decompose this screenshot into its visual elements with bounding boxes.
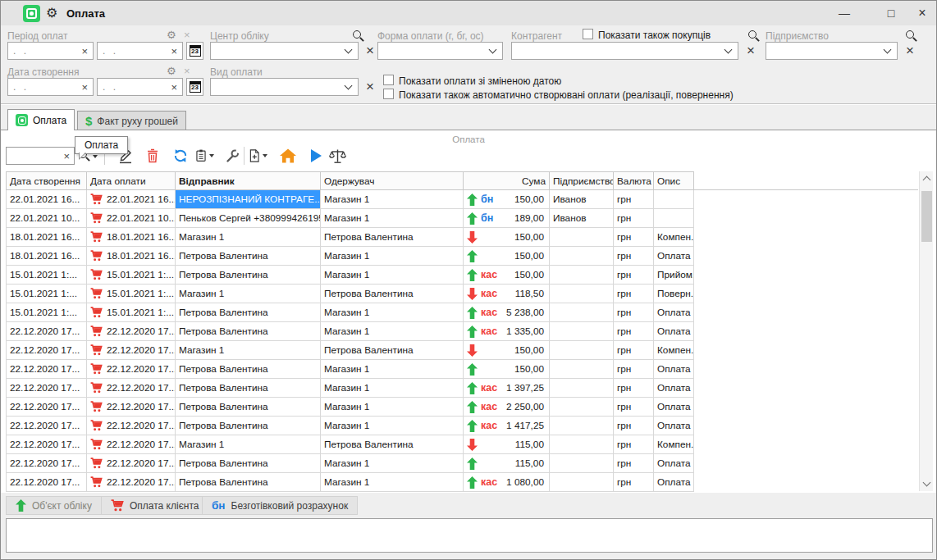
period-clear-icon[interactable]: ×: [184, 30, 190, 41]
table-row[interactable]: 22.01.2021 10...22.01.2021 10...Пеньков …: [7, 209, 919, 228]
cell-receiver[interactable]: Петрова Валентина: [321, 228, 464, 247]
table-row[interactable]: 15.01.2021 1:...15.01.2021 1:...Петрова …: [7, 266, 919, 285]
cell-date-paid[interactable]: 22.12.2020 17...: [87, 379, 176, 398]
col-date-paid[interactable]: Дата оплати: [87, 172, 176, 190]
cell-receiver[interactable]: Петрова Валентина: [321, 435, 464, 454]
cell-company[interactable]: [550, 228, 614, 247]
cell-desc[interactable]: Оплата ...: [654, 303, 694, 322]
cell-date-paid[interactable]: 22.01.2021 16...: [87, 190, 176, 209]
cell-company[interactable]: [550, 454, 614, 473]
cell-currency[interactable]: грн: [614, 303, 654, 322]
cell-desc[interactable]: Оплата ...: [654, 417, 694, 435]
cell-sum[interactable]: 150,00: [464, 341, 550, 360]
table-row[interactable]: 22.12.2020 17...22.12.2020 17...Петрова …: [7, 417, 919, 435]
counterparty-search-icon[interactable]: [747, 30, 760, 42]
report-button[interactable]: [194, 146, 214, 166]
cell-desc[interactable]: Оплата ...: [654, 473, 694, 492]
cell-date-paid[interactable]: 15.01.2021 1:...: [87, 266, 176, 285]
home-button[interactable]: [278, 146, 298, 166]
counterparty-combo[interactable]: [511, 42, 738, 60]
cell-desc[interactable]: Оплата ...: [654, 398, 694, 417]
created-from-input[interactable]: . . ×: [7, 78, 94, 96]
cell-date-paid[interactable]: 22.12.2020 17...: [87, 435, 176, 454]
cell-sum[interactable]: бн150,00: [464, 190, 550, 209]
cell-date-created[interactable]: 22.12.2020 17...: [7, 398, 87, 417]
refresh-button[interactable]: [171, 146, 190, 166]
cell-company[interactable]: [550, 285, 614, 303]
cell-company[interactable]: [550, 341, 614, 360]
cell-date-created[interactable]: 18.01.2021 16...: [7, 228, 87, 247]
cell-date-created[interactable]: 22.12.2020 17...: [7, 473, 87, 492]
balance-button[interactable]: [327, 146, 347, 166]
cell-company[interactable]: [550, 379, 614, 398]
cell-date-created[interactable]: 22.01.2021 10...: [7, 209, 87, 228]
cell-company[interactable]: [550, 435, 614, 454]
tab-payment[interactable]: Оплата: [7, 109, 75, 130]
cell-sender[interactable]: Магазин 1: [176, 285, 321, 303]
cell-currency[interactable]: грн: [614, 322, 654, 341]
tab-money-flow[interactable]: $ Факт руху грошей: [77, 111, 186, 130]
cell-date-created[interactable]: 22.12.2020 17...: [7, 322, 87, 341]
company-clear-button[interactable]: ×: [903, 42, 917, 60]
cell-sender[interactable]: Петрова Валентина: [176, 473, 321, 492]
search-input[interactable]: [7, 150, 54, 162]
table-row[interactable]: 22.12.2020 17...22.12.2020 17...Петрова …: [7, 322, 919, 341]
close-button[interactable]: ×: [910, 4, 935, 22]
cell-company[interactable]: [550, 360, 614, 379]
center-search-icon[interactable]: [352, 30, 364, 42]
cell-sum[interactable]: кас1 335,00: [464, 322, 550, 341]
cell-date-created[interactable]: 22.01.2021 16...: [7, 190, 87, 209]
center-combo[interactable]: [210, 42, 359, 60]
table-row[interactable]: 22.12.2020 17...22.12.2020 17...Петрова …: [7, 379, 919, 398]
delete-button[interactable]: [143, 146, 162, 166]
cell-receiver[interactable]: Петрова Валентина: [321, 285, 464, 303]
cell-sum[interactable]: 150,00: [464, 247, 550, 266]
cell-sum[interactable]: кас1 417,25: [464, 417, 550, 435]
cell-sender[interactable]: Петрова Валентина: [176, 379, 321, 398]
col-sum[interactable]: Сума: [464, 172, 550, 190]
company-search-icon[interactable]: [905, 30, 917, 42]
cell-desc[interactable]: Прийом...: [654, 266, 694, 285]
cell-currency[interactable]: грн: [614, 247, 654, 266]
new-doc-button[interactable]: [248, 146, 267, 166]
cell-receiver[interactable]: Магазин 1: [321, 209, 464, 228]
cell-receiver[interactable]: Магазин 1: [321, 266, 464, 285]
cell-currency[interactable]: грн: [614, 341, 654, 360]
cell-sender[interactable]: Пеньков Сергей +380999426195: [176, 209, 321, 228]
cell-sum[interactable]: кас1 080,00: [464, 473, 550, 492]
table-row[interactable]: 22.01.2021 16...22.01.2021 16...НЕРОЗПІЗ…: [7, 190, 919, 209]
cell-date-paid[interactable]: 22.01.2021 10...: [87, 209, 176, 228]
cell-receiver[interactable]: Магазин 1: [321, 190, 464, 209]
cell-company[interactable]: Иванов: [550, 190, 614, 209]
cell-desc[interactable]: Оплата ...: [654, 360, 694, 379]
cell-date-created[interactable]: 18.01.2021 16...: [7, 247, 87, 266]
search-box[interactable]: ×: [6, 147, 75, 165]
cell-date-paid[interactable]: 22.12.2020 17...: [87, 473, 176, 492]
clear-icon[interactable]: ×: [76, 45, 93, 57]
cell-date-created[interactable]: 22.12.2020 17...: [7, 360, 87, 379]
scroll-up-icon[interactable]: [922, 176, 930, 184]
period-to-input[interactable]: . . ×: [97, 42, 183, 60]
cell-sender[interactable]: Петрова Валентина: [176, 266, 321, 285]
note-area[interactable]: [6, 518, 933, 553]
cell-company[interactable]: [550, 398, 614, 417]
cell-date-created[interactable]: 22.12.2020 17...: [7, 454, 87, 473]
tools-button[interactable]: [222, 146, 242, 166]
cell-desc[interactable]: Оплата ...: [654, 454, 694, 473]
col-date-created[interactable]: Дата створення: [7, 172, 87, 190]
kind-clear-button[interactable]: ×: [363, 78, 377, 96]
cell-date-paid[interactable]: 18.01.2021 16...: [87, 228, 176, 247]
company-combo[interactable]: [766, 42, 898, 60]
cell-date-paid[interactable]: 22.12.2020 17...: [87, 360, 176, 379]
cell-desc[interactable]: Компен...: [654, 228, 694, 247]
cell-desc[interactable]: Оплата ...: [654, 322, 694, 341]
cell-sender[interactable]: Петрова Валентина: [176, 360, 321, 379]
cell-receiver[interactable]: Магазин 1: [321, 454, 464, 473]
cell-sum[interactable]: кас5 238,00: [464, 303, 550, 322]
period-calendar-button[interactable]: 23: [186, 42, 203, 60]
table-row[interactable]: 22.12.2020 17...22.12.2020 17...Петрова …: [7, 454, 919, 473]
cell-sender[interactable]: Магазин 1: [176, 228, 321, 247]
table-row[interactable]: 18.01.2021 16...18.01.2021 16...Магазин …: [7, 228, 919, 247]
cell-currency[interactable]: грн: [614, 360, 654, 379]
cell-desc[interactable]: Компен...: [654, 341, 694, 360]
